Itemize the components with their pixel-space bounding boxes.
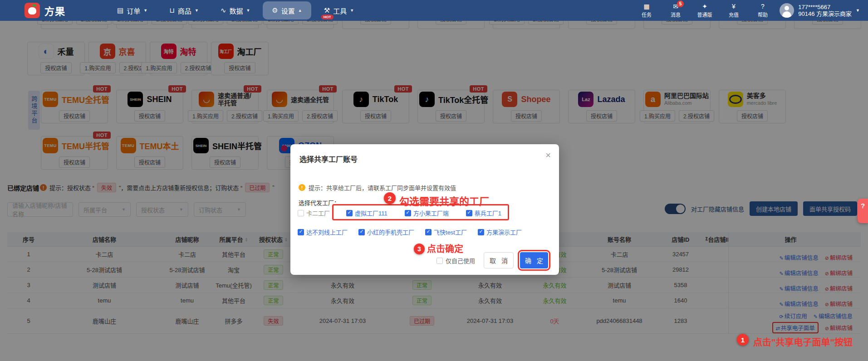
- checkbox-icon[interactable]: [466, 210, 472, 216]
- nav-menu-goods[interactable]: ⊔商品▼: [160, 1, 208, 20]
- annotation-step-2-circle: 2: [384, 192, 396, 204]
- checkbox-icon[interactable]: [425, 229, 432, 235]
- chevron-up-icon: ▲: [298, 8, 302, 13]
- confirm-button[interactable]: 确 定: [520, 252, 548, 268]
- nav-menu-label: 商品: [178, 6, 191, 15]
- top-navbar: 方果 ▤订单▼⊔商品▼∿数据▼⚙设置▲⚒工具▼HOT ▦任务✉消息5✦普通版¥充…: [0, 0, 868, 21]
- nav-recharge-label: 充值: [729, 11, 739, 18]
- nav-messages[interactable]: ✉消息5: [666, 3, 686, 18]
- user-menu[interactable]: 177****5667 90146 方果演示商家 ▼: [780, 0, 860, 21]
- factory-checkbox-飞快test工厂[interactable]: 飞快test工厂: [425, 228, 467, 236]
- select-factory-label: 选择代发工厂：: [299, 198, 340, 207]
- factory-checkbox-方小果工厂端[interactable]: 方小果工厂端: [405, 209, 449, 217]
- chevron-down-icon: ▼: [195, 8, 199, 13]
- chevron-down-icon: ▼: [856, 8, 860, 13]
- factory-label: 方果演示工厂: [486, 228, 522, 236]
- settings-icon: ⚙: [272, 6, 278, 15]
- chevron-down-icon: ▼: [350, 8, 354, 13]
- annotation-step-1-text: 点击"共享电子面单"按钮: [753, 335, 853, 348]
- factory-label: 虚拟工厂111: [355, 209, 387, 217]
- nav-menu-tools[interactable]: ⚒工具▼HOT: [315, 1, 363, 20]
- notification-badge: 5: [677, 0, 684, 7]
- factory-checkbox-达不刘线上工厂[interactable]: 达不刘线上工厂: [298, 228, 348, 236]
- nav-tasks[interactable]: ▦任务: [637, 3, 657, 18]
- factory-label: 卡二工厂: [306, 209, 330, 217]
- factory-label: 达不刘线上工厂: [306, 228, 348, 236]
- factory-checkbox-虚拟工厂111[interactable]: 虚拟工厂111: [346, 209, 387, 217]
- share-factory-modal: 选择共享工厂账号 × ! 提示：共享给工厂后，请联系工厂同步面单并设置有效值 选…: [290, 144, 559, 275]
- annotation-step-3-circle: 3: [414, 244, 425, 254]
- modal-tip: ! 提示：共享给工厂后，请联系工厂同步面单并设置有效值: [299, 183, 456, 192]
- brand[interactable]: 方果: [25, 3, 65, 18]
- factory-checkbox-小红的手机壳工厂[interactable]: 小红的手机壳工厂: [358, 228, 414, 236]
- goods-icon: ⊔: [169, 6, 175, 15]
- brand-name: 方果: [44, 3, 65, 18]
- checkbox-icon[interactable]: [298, 229, 304, 235]
- tools-icon: ⚒: [324, 6, 330, 15]
- factory-checkbox-row-2: 达不刘线上工厂小红的手机壳工厂飞快test工厂方果演示工厂: [298, 228, 522, 236]
- tasks-icon: ▦: [643, 3, 649, 10]
- factory-label: 蔡兵工厂1: [475, 209, 501, 217]
- self-use-label: 仅自己使用: [446, 256, 475, 265]
- nav-messages-label: 消息: [671, 11, 681, 18]
- nav-menus: ▤订单▼⊔商品▼∿数据▼⚙设置▲⚒工具▼HOT: [106, 0, 365, 21]
- factory-checkbox-方果演示工厂[interactable]: 方果演示工厂: [478, 228, 522, 236]
- recharge-icon: ¥: [732, 3, 736, 10]
- help-icon: ?: [761, 3, 765, 10]
- help-float-button[interactable]: ?: [858, 199, 868, 223]
- self-use-checkbox[interactable]: 仅自己使用: [436, 256, 475, 265]
- factory-label: 小红的手机壳工厂: [367, 228, 414, 236]
- nav-help-label: 帮助: [758, 11, 768, 18]
- factory-checkbox-蔡兵工厂1[interactable]: 蔡兵工厂1: [466, 209, 501, 217]
- nav-menu-data[interactable]: ∿数据▼: [211, 1, 260, 20]
- chevron-down-icon: ▼: [246, 8, 250, 13]
- nav-menu-label: 工具: [333, 6, 347, 15]
- factory-label: 飞快test工厂: [434, 228, 467, 236]
- modal-tip-text: 提示：共享给工厂后，请联系工厂同步面单并设置有效值: [309, 183, 456, 192]
- modal-title: 选择共享工厂账号: [299, 153, 358, 164]
- user-phone: 177****5667: [798, 4, 852, 10]
- checkbox-icon[interactable]: [405, 210, 411, 216]
- data-icon: ∿: [221, 6, 226, 15]
- nav-recharge[interactable]: ¥充值: [724, 3, 744, 18]
- nav-menu-label: 设置: [281, 6, 295, 15]
- nav-version-label: 普通版: [697, 11, 712, 18]
- nav-menu-label: 订单: [127, 6, 140, 15]
- nav-menu-label: 数据: [229, 6, 243, 15]
- checkbox-icon[interactable]: [346, 210, 353, 216]
- annotation-step-2-text: 勾选需要共享的工厂: [399, 193, 489, 208]
- annotation-step-3-text: 点击确定: [427, 242, 463, 255]
- nav-version[interactable]: ✦普通版: [695, 3, 715, 18]
- user-account: 90146 方果演示商家: [798, 10, 852, 17]
- nav-tasks-label: 任务: [642, 11, 652, 18]
- checkbox-icon[interactable]: [478, 229, 484, 235]
- hot-badge: HOT: [321, 15, 333, 20]
- order-icon: ▤: [117, 6, 123, 15]
- annotation-step-1-circle: 1: [737, 334, 749, 346]
- nav-menu-order[interactable]: ▤订单▼: [108, 1, 157, 20]
- factory-checkbox-row-1: 卡二工厂 虚拟工厂111方小果工厂端蔡兵工厂1: [298, 209, 507, 217]
- factory-checkbox-卡二工厂[interactable]: 卡二工厂: [298, 209, 330, 217]
- nav-help[interactable]: ?帮助: [753, 3, 773, 18]
- warning-icon: !: [299, 184, 305, 191]
- version-icon: ✦: [702, 3, 707, 10]
- nav-menu-settings[interactable]: ⚙设置▲: [263, 1, 311, 20]
- factory-label: 方小果工厂端: [413, 209, 449, 217]
- chevron-down-icon: ▼: [143, 8, 147, 13]
- cancel-button[interactable]: 取 消: [484, 252, 514, 268]
- checkbox-icon[interactable]: [436, 258, 443, 264]
- avatar: [780, 3, 794, 18]
- checkbox-icon[interactable]: [298, 210, 304, 216]
- app-root: 1.购买应用2.授权店铺1.购买应用2.授权店铺1.购买应用2.授权店铺1.购买…: [0, 0, 868, 361]
- close-icon[interactable]: ×: [545, 150, 551, 161]
- checkbox-icon[interactable]: [358, 229, 365, 235]
- brand-logo-apple-icon: [25, 3, 40, 18]
- nav-right-items: ▦任务✉消息5✦普通版¥充值?帮助: [637, 0, 773, 21]
